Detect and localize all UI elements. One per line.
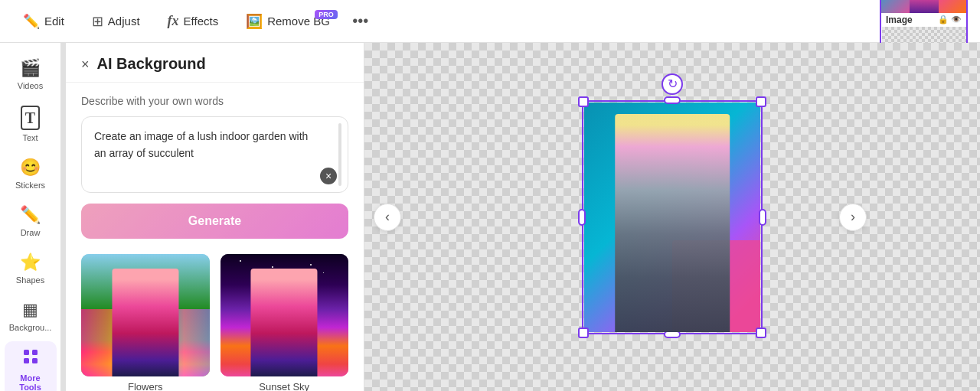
panel-subtitle: Describe with your own words <box>81 95 348 107</box>
subject-wrapper: ↻ <box>584 103 760 332</box>
effects-icon: fx <box>168 13 179 29</box>
panel-close-button[interactable]: × <box>81 57 90 71</box>
sidebar-item-draw[interactable]: ✏️ Draw <box>5 199 57 243</box>
rotate-handle[interactable]: ↻ <box>662 73 683 95</box>
background-icon: ▦ <box>22 300 38 320</box>
svg-rect-1 <box>32 350 38 355</box>
ai-background-panel: × AI Background Describe with your own w… <box>66 43 364 391</box>
shapes-icon: ⭐ <box>20 253 41 272</box>
lock-icon: 🔒 <box>938 15 949 24</box>
text-icon: T <box>21 106 40 130</box>
result-thumb-flowers <box>81 254 210 376</box>
sidebar-label-text: Text <box>22 133 38 142</box>
svg-rect-3 <box>32 358 38 363</box>
chevron-right-icon: › <box>851 209 855 225</box>
draw-icon: ✏️ <box>20 205 41 225</box>
canvas-subject[interactable]: ↻ <box>584 103 760 332</box>
panel-header: × AI Background <box>66 43 364 83</box>
result-item-flowers[interactable]: Flowers <box>81 254 210 391</box>
prompt-box[interactable]: Create an image of a lush indoor garden … <box>81 116 348 193</box>
sidebar-item-videos[interactable]: 🎬 Videos <box>5 52 57 96</box>
edit-button[interactable]: ✏️ Edit <box>12 8 75 34</box>
sidebar-item-shapes[interactable]: ⭐ Shapes <box>5 246 57 291</box>
more-tools-icon <box>21 347 40 370</box>
canvas-area[interactable]: ‹ › ↻ <box>364 43 980 391</box>
subject-image <box>584 103 760 332</box>
more-options-icon: ••• <box>352 12 368 30</box>
canvas-prev-button[interactable]: ‹ <box>374 204 401 231</box>
svg-rect-0 <box>24 350 29 355</box>
panel-title: AI Background <box>97 55 206 73</box>
prompt-scrollbar <box>338 123 341 186</box>
sidebar-label-background: Backgrou... <box>9 323 52 332</box>
close-icon: × <box>81 57 90 72</box>
generate-label: Generate <box>188 214 241 227</box>
result-label-sunset: Sunset Sky <box>220 381 349 391</box>
sidebar-label-videos: Videos <box>18 81 43 90</box>
top-toolbar: ✏️ Edit ⊞ Adjust fx Effects 🖼️ Remove BG… <box>0 0 980 43</box>
eye-icon: 👁️ <box>951 15 962 24</box>
result-item-sunset[interactable]: Sunset Sky <box>220 254 349 391</box>
stickers-icon: 😊 <box>20 158 41 178</box>
result-thumb-sunset <box>220 254 349 376</box>
prompt-text: Create an image of a lush indoor garden … <box>94 128 335 162</box>
sidebar-label-stickers: Stickers <box>15 181 45 190</box>
videos-icon: 🎬 <box>20 58 41 78</box>
svg-rect-2 <box>24 358 29 363</box>
sidebar-item-more-tools[interactable]: More Tools <box>5 341 57 391</box>
thumbnail-label-row: Image 🔒 👁️ <box>881 13 966 27</box>
chevron-left-icon: ‹ <box>385 209 390 225</box>
sidebar-item-background[interactable]: ▦ Backgrou... <box>5 294 57 338</box>
remove-bg-button[interactable]: 🖼️ Remove BG PRO <box>235 8 341 34</box>
thumbnail-label: Image <box>886 15 913 25</box>
sidebar-label-more-tools: More Tools <box>9 373 52 391</box>
sidebar-item-stickers[interactable]: 😊 Stickers <box>5 152 57 196</box>
results-grid: Flowers <box>81 254 348 391</box>
edit-icon: ✏️ <box>23 13 40 30</box>
effects-label: Effects <box>184 15 219 28</box>
edit-label: Edit <box>44 15 64 28</box>
panel-body: Describe with your own words Create an i… <box>66 83 364 391</box>
clear-icon: × <box>325 171 332 181</box>
thumbnail-preview <box>881 0 966 13</box>
canvas-next-button[interactable]: › <box>839 204 867 231</box>
main-layout: 🎬 Videos T Text 😊 Stickers ✏️ Draw ⭐ Sha… <box>0 43 980 391</box>
more-options-button[interactable]: ••• <box>347 8 374 35</box>
generate-button[interactable]: Generate <box>81 204 348 239</box>
remove-bg-icon: 🖼️ <box>246 13 263 30</box>
sidebar-item-text[interactable]: T Text <box>5 99 57 148</box>
prompt-clear-button[interactable]: × <box>320 168 337 184</box>
effects-button[interactable]: fx Effects <box>157 8 230 34</box>
pro-badge: PRO <box>315 10 338 19</box>
adjust-label: Adjust <box>108 15 140 28</box>
result-label-flowers: Flowers <box>81 381 210 391</box>
sidebar-label-draw: Draw <box>21 228 41 237</box>
adjust-button[interactable]: ⊞ Adjust <box>81 8 151 34</box>
sidebar-label-shapes: Shapes <box>16 275 44 285</box>
left-sidebar: 🎬 Videos T Text 😊 Stickers ✏️ Draw ⭐ Sha… <box>0 43 61 391</box>
adjust-icon: ⊞ <box>92 13 103 30</box>
